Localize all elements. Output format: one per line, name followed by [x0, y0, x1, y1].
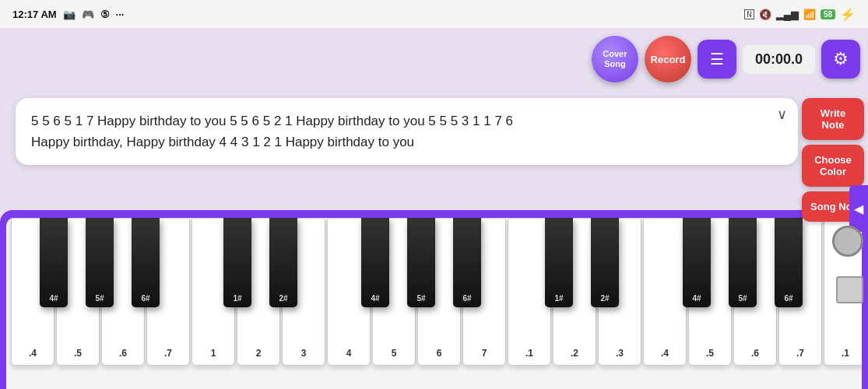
black-key[interactable]: 6#: [132, 218, 160, 307]
notes-container: 5 5 6 5 1 7 Happy birthday to you 5 5 6 …: [16, 98, 798, 165]
black-key[interactable]: 4#: [40, 218, 68, 307]
nfc-icon: 🄽: [744, 9, 754, 20]
choose-color-button[interactable]: Choose Color: [802, 145, 864, 187]
wifi-icon: 📶: [803, 9, 816, 20]
status-bar: 12:17 AM 📷 🎮 ⑤ ··· 🄽 🔇 ▂▄▆ 📶 58 ⚡: [0, 0, 868, 28]
battery-badge: 58: [821, 9, 835, 19]
record-button[interactable]: Record: [645, 36, 691, 82]
keys-wrapper: .4.5.6.71234567.1.2.3.4.5.6.7.14#5#6#1#2…: [6, 218, 862, 389]
cover-song-button[interactable]: Cover Song: [592, 36, 638, 82]
mute-icon: 🔇: [759, 9, 771, 20]
notes-text: 5 5 6 5 1 7 Happy birthday to you 5 5 6 …: [31, 110, 782, 152]
timer-display: 00:00.0: [743, 45, 815, 74]
time-display: 12:17 AM: [12, 9, 57, 20]
notification-icon: ⑤: [100, 9, 110, 20]
camera-icon: 📷: [63, 9, 76, 20]
black-key[interactable]: 6#: [775, 218, 803, 307]
piano-inner: .4.5.6.71234567.1.2.3.4.5.6.7.14#5#6#1#2…: [6, 218, 862, 389]
black-key[interactable]: 1#: [545, 218, 573, 307]
black-key[interactable]: 4#: [361, 218, 389, 307]
settings-button[interactable]: ⚙: [821, 40, 860, 79]
write-note-button[interactable]: Write Note: [802, 98, 864, 140]
black-key[interactable]: 1#: [223, 218, 251, 307]
white-key[interactable]: .4: [643, 218, 687, 366]
chevron-down-icon: ∨: [777, 107, 787, 122]
black-key[interactable]: 2#: [591, 218, 619, 307]
gear-icon: ⚙: [833, 49, 849, 69]
black-key[interactable]: 5#: [407, 218, 435, 307]
toolbar: Cover Song Record ☰ 00:00.0 ⚙: [592, 36, 860, 82]
side-arrow-button[interactable]: ◀: [849, 185, 868, 232]
piano-container: .4.5.6.71234567.1.2.3.4.5.6.7.14#5#6#1#2…: [0, 210, 868, 389]
black-key[interactable]: 6#: [453, 218, 481, 307]
charging-icon: ⚡: [840, 7, 856, 22]
circle-control-button[interactable]: [832, 226, 863, 257]
black-key[interactable]: 5#: [86, 218, 114, 307]
app-area: Cover Song Record ☰ 00:00.0 ⚙ ◀ 5 5 6 5 …: [0, 28, 868, 389]
signal1-icon: ▂▄▆: [776, 9, 799, 20]
black-key[interactable]: 4#: [683, 218, 711, 307]
status-right: 🄽 🔇 ▂▄▆ 📶 58 ⚡: [744, 7, 856, 22]
game-icon: 🎮: [82, 9, 94, 20]
arrow-left-icon: ◀: [854, 202, 863, 216]
black-key[interactable]: 5#: [729, 218, 757, 307]
notes-dropdown-button[interactable]: ∨: [777, 106, 787, 123]
black-key[interactable]: 2#: [269, 218, 297, 307]
status-left: 12:17 AM 📷 🎮 ⑤ ···: [12, 9, 124, 20]
list-icon: ☰: [710, 50, 724, 68]
square-control-button[interactable]: [836, 276, 863, 303]
more-icon: ···: [116, 9, 125, 20]
list-button[interactable]: ☰: [698, 40, 736, 79]
